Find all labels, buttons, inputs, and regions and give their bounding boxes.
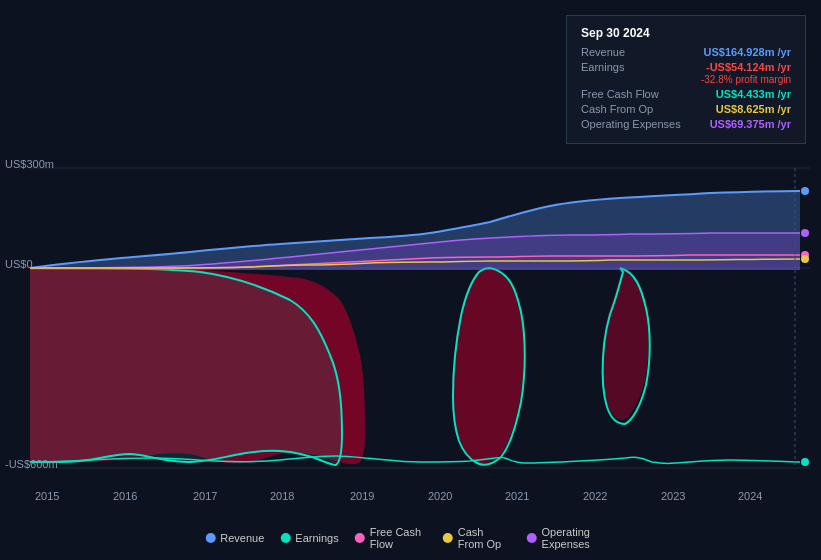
tooltip-label-cashfromop: Cash From Op (581, 103, 691, 115)
y-label-300: US$300m (5, 158, 54, 170)
legend-dot-opex (527, 533, 537, 543)
legend-item-revenue: Revenue (205, 532, 264, 544)
tooltip-value-cashfromop: US$8.625m /yr (716, 103, 791, 115)
tooltip-label-fcf: Free Cash Flow (581, 88, 691, 100)
x-label-2016: 2016 (113, 490, 137, 502)
legend-label-opex: Operating Expenses (542, 526, 616, 550)
legend: Revenue Earnings Free Cash Flow Cash Fro… (205, 526, 616, 550)
chart-container: US$300m US$0 -US$600m 2015 2016 2017 201… (0, 0, 821, 560)
tooltip-label-revenue: Revenue (581, 46, 691, 58)
x-label-2015: 2015 (35, 490, 59, 502)
legend-dot-revenue (205, 533, 215, 543)
x-label-2023: 2023 (661, 490, 685, 502)
x-label-2024: 2024 (738, 490, 762, 502)
x-label-2020: 2020 (428, 490, 452, 502)
legend-dot-cashfromop (443, 533, 453, 543)
y-label-neg600: -US$600m (5, 458, 58, 470)
tooltip-row-opex: Operating Expenses US$69.375m /yr (581, 118, 791, 130)
tooltip-label-earnings: Earnings (581, 61, 691, 73)
svg-point-5 (801, 229, 809, 237)
tooltip-value-fcf: US$4.433m /yr (716, 88, 791, 100)
tooltip-value-revenue: US$164.928m /yr (704, 46, 791, 58)
legend-item-fcf: Free Cash Flow (355, 526, 427, 550)
x-label-2017: 2017 (193, 490, 217, 502)
legend-label-revenue: Revenue (220, 532, 264, 544)
tooltip-row-earnings: Earnings -US$54.124m /yr (581, 61, 791, 73)
tooltip-value-opex: US$69.375m /yr (710, 118, 791, 130)
legend-label-cashfromop: Cash From Op (458, 526, 511, 550)
legend-label-earnings: Earnings (295, 532, 338, 544)
tooltip-row-fcf: Free Cash Flow US$4.433m /yr (581, 88, 791, 100)
legend-item-earnings: Earnings (280, 532, 338, 544)
tooltip-box: Sep 30 2024 Revenue US$164.928m /yr Earn… (566, 15, 806, 144)
tooltip-value-earnings: -US$54.124m /yr (706, 61, 791, 73)
legend-item-opex: Operating Expenses (527, 526, 616, 550)
x-label-2021: 2021 (505, 490, 529, 502)
y-label-0: US$0 (5, 258, 33, 270)
legend-dot-earnings (280, 533, 290, 543)
tooltip-label-opex: Operating Expenses (581, 118, 691, 130)
legend-dot-fcf (355, 533, 365, 543)
legend-item-cashfromop: Cash From Op (443, 526, 511, 550)
x-label-2022: 2022 (583, 490, 607, 502)
tooltip-date: Sep 30 2024 (581, 26, 791, 40)
profit-margin: -32.8% profit margin (581, 74, 791, 85)
tooltip-row-revenue: Revenue US$164.928m /yr (581, 46, 791, 58)
svg-point-7 (801, 255, 809, 263)
svg-point-4 (801, 187, 809, 195)
tooltip-row-cashfromop: Cash From Op US$8.625m /yr (581, 103, 791, 115)
legend-label-fcf: Free Cash Flow (370, 526, 427, 550)
svg-point-8 (801, 458, 809, 466)
x-label-2018: 2018 (270, 490, 294, 502)
x-label-2019: 2019 (350, 490, 374, 502)
